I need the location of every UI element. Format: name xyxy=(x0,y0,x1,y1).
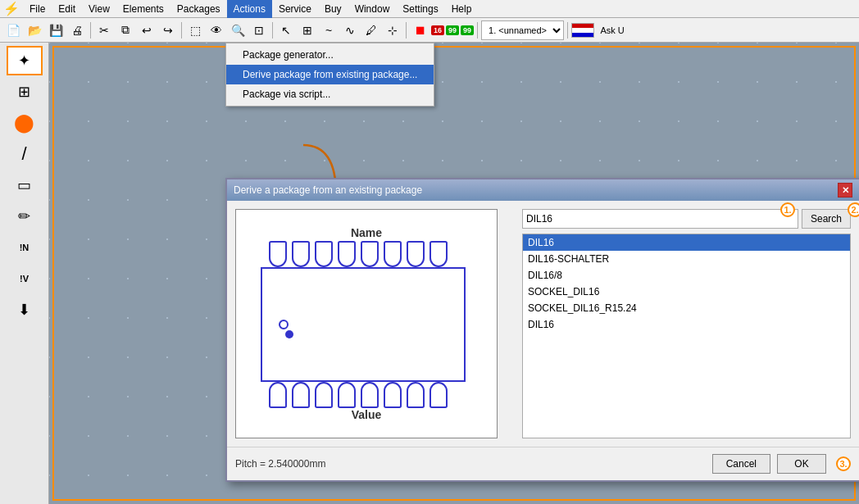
menu-help[interactable]: Help xyxy=(445,0,479,18)
text-n-tool[interactable]: !N xyxy=(7,233,43,262)
pin-top-6 xyxy=(384,241,402,267)
package-via-script-item[interactable]: Package via script... xyxy=(226,84,434,104)
result-item-1[interactable]: DIL16-SCHALTER xyxy=(523,251,850,267)
sep2 xyxy=(181,22,182,39)
menu-view[interactable]: View xyxy=(82,0,116,18)
dialog-close-button[interactable]: ✕ xyxy=(838,183,852,198)
main-area: ✦ ⊞ ⬤ / ▭ ✏ !N !V ⬇ Package generator...… xyxy=(0,43,859,504)
package-value-label: Value xyxy=(352,408,382,421)
callout-1: 1. xyxy=(780,202,795,217)
pin-bot-2 xyxy=(292,382,310,408)
route-button[interactable]: ∿ xyxy=(340,20,360,40)
package-generator-item[interactable]: Package generator... xyxy=(226,45,434,65)
pin-top-2 xyxy=(292,241,310,267)
zoom-button[interactable]: 🔍 xyxy=(228,20,248,40)
ic-dot xyxy=(285,330,293,338)
stop-button[interactable]: ⏹ xyxy=(410,20,430,40)
ask-button[interactable]: Ask U xyxy=(596,20,629,40)
crop-button[interactable]: ⊡ xyxy=(249,20,269,40)
pin-top-4 xyxy=(338,241,356,267)
wire-button[interactable]: ~ xyxy=(319,20,339,40)
menu-elements[interactable]: Elements xyxy=(116,0,170,18)
toolbar: 📄 📂 💾 🖨 ✂ ⧉ ↩ ↪ ⬚ 👁 🔍 ⊡ ↖ ⊞ ~ ∿ 🖊 ⊹ ⏹ 16… xyxy=(0,18,859,43)
pen-button[interactable]: 🖊 xyxy=(361,20,381,40)
pin-bot-1 xyxy=(269,382,287,408)
print-button[interactable]: 🖨 xyxy=(67,20,87,40)
redo-button[interactable]: ↪ xyxy=(158,20,178,40)
project-selector[interactable]: 1. <unnamed> xyxy=(481,20,564,40)
undo-button[interactable]: ↩ xyxy=(137,20,157,40)
pin-top-7 xyxy=(407,241,425,267)
ic-notch xyxy=(279,320,289,329)
download-tool[interactable]: ⬇ xyxy=(7,295,43,325)
cut-button[interactable]: ✂ xyxy=(94,20,114,40)
component-button[interactable]: ⊞ xyxy=(298,20,317,40)
cursor-button[interactable]: ↖ xyxy=(276,20,296,40)
line-tool[interactable]: / xyxy=(7,139,43,169)
derive-package-dialog: Derive a package from an existing packag… xyxy=(225,178,859,482)
ok-button[interactable]: OK xyxy=(777,454,826,474)
package-name-label: Name xyxy=(351,226,382,239)
open-button[interactable]: 📂 xyxy=(25,20,44,40)
grid-tool[interactable]: ⊞ xyxy=(7,77,43,107)
result-item-3[interactable]: SOCKEL_DIL16 xyxy=(523,284,850,300)
dialog-footer: Pitch = 2.540000mm Cancel OK 3. xyxy=(227,447,859,480)
pin-top-3 xyxy=(315,241,333,267)
pin-bot-4 xyxy=(338,382,356,408)
sep6 xyxy=(567,22,568,39)
text-v-tool[interactable]: !V xyxy=(7,264,43,293)
menu-edit[interactable]: Edit xyxy=(52,0,82,18)
pin-bot-8 xyxy=(430,382,448,408)
sep3 xyxy=(272,22,273,39)
pin-bot-7 xyxy=(407,382,425,408)
cancel-button[interactable]: Cancel xyxy=(712,454,770,474)
result-item-2[interactable]: DIL16/8 xyxy=(523,267,850,284)
select-button[interactable]: ⬚ xyxy=(185,20,205,40)
callout-2: 2. xyxy=(848,202,859,217)
ic-body xyxy=(261,267,466,382)
pin-bot-6 xyxy=(384,382,402,408)
circle-tool[interactable]: ⬤ xyxy=(7,108,43,138)
search-button[interactable]: Search xyxy=(802,209,851,229)
badge-green2: 99 xyxy=(461,25,474,35)
result-item-5[interactable]: DIL16 xyxy=(523,316,850,333)
pin-top-1 xyxy=(269,241,287,267)
badge-green1: 99 xyxy=(446,25,459,35)
copy-button[interactable]: ⧉ xyxy=(116,20,135,40)
result-item-0[interactable]: DIL16 xyxy=(523,234,850,251)
sep4 xyxy=(406,22,407,39)
app-logo: ⚡ xyxy=(3,1,20,17)
menu-actions[interactable]: Actions xyxy=(227,0,272,18)
language-flag[interactable] xyxy=(571,23,594,38)
menu-settings[interactable]: Settings xyxy=(396,0,444,18)
search-input[interactable] xyxy=(522,209,798,229)
menu-buy[interactable]: Buy xyxy=(318,0,348,18)
menu-bar: ⚡ File Edit View Elements Packages Actio… xyxy=(0,0,859,18)
pin-top-8 xyxy=(430,241,448,267)
search-area: Search 1. 2. xyxy=(522,209,851,229)
dialog-titlebar: Derive a package from an existing packag… xyxy=(227,179,859,201)
measure-button[interactable]: ⊹ xyxy=(383,20,402,40)
menu-file[interactable]: File xyxy=(23,0,52,18)
menu-service[interactable]: Service xyxy=(272,0,318,18)
result-item-4[interactable]: SOCKEL_DIL16_R15.24 xyxy=(523,300,850,316)
sep1 xyxy=(90,22,91,39)
menu-window[interactable]: Window xyxy=(348,0,397,18)
menu-packages[interactable]: Packages xyxy=(170,0,227,18)
inspect-button[interactable]: 👁 xyxy=(207,20,226,40)
badge-red: 16 xyxy=(431,25,444,35)
pin-bot-5 xyxy=(361,382,379,408)
results-list[interactable]: DIL16 DIL16-SCHALTER DIL16/8 SOCKEL_DIL1… xyxy=(522,234,851,438)
derive-package-item[interactable]: Derive package from existing package... xyxy=(226,65,434,84)
magic-wand-tool[interactable]: ✦ xyxy=(7,46,43,75)
canvas-area[interactable]: Package generator... Derive package from… xyxy=(49,43,859,504)
dialog-body: Name Value xyxy=(227,201,859,447)
search-row: Search xyxy=(522,209,851,229)
dialog-title: Derive a package from an existing packag… xyxy=(234,184,422,196)
package-preview: Name Value xyxy=(235,209,498,438)
rect-tool[interactable]: ▭ xyxy=(7,170,43,200)
left-sidebar: ✦ ⊞ ⬤ / ▭ ✏ !N !V ⬇ xyxy=(0,43,49,504)
save-button[interactable]: 💾 xyxy=(46,20,66,40)
new-button[interactable]: 📄 xyxy=(3,20,23,40)
pencil-tool[interactable]: ✏ xyxy=(7,202,43,231)
